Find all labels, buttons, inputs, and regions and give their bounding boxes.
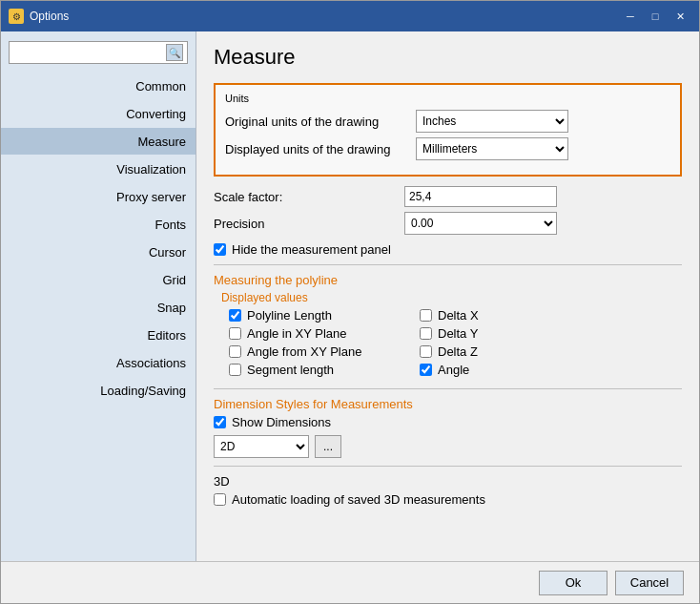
- delta-z-row: Delta Z: [420, 344, 610, 359]
- sidebar-item-label: Fonts: [154, 218, 186, 232]
- sidebar-item-label: Editors: [148, 328, 186, 343]
- delta-z-label: Delta Z: [438, 344, 478, 359]
- delta-x-row: Delta X: [420, 308, 610, 323]
- divider-2: [214, 388, 682, 389]
- show-dimensions-checkbox[interactable]: [214, 416, 226, 428]
- measuring-polyline-title: Measuring the polyline: [214, 273, 682, 287]
- sidebar: 🔍 Common Converting Measure Visualizatio…: [1, 31, 196, 561]
- angle-xy-checkbox[interactable]: [229, 327, 241, 340]
- auto-load-label: Automatic loading of saved 3D measuremen…: [232, 492, 485, 507]
- displayed-units-dropdown[interactable]: Millimeters Inches Centimeters Meters Fe…: [416, 137, 568, 160]
- maximize-button[interactable]: □: [644, 7, 667, 26]
- sidebar-item-label: Associations: [116, 356, 186, 370]
- hide-panel-checkbox[interactable]: [214, 243, 226, 256]
- original-units-label: Original units of the drawing: [225, 115, 416, 129]
- original-units-row: Original units of the drawing Inches Mil…: [225, 110, 670, 133]
- delta-x-checkbox[interactable]: [420, 309, 432, 322]
- window-icon: ⚙: [9, 9, 24, 24]
- sidebar-item-snap[interactable]: Snap: [1, 294, 196, 321]
- displayed-units-label: Displayed units of the drawing: [225, 142, 416, 156]
- delta-y-label: Delta Y: [438, 326, 478, 341]
- sidebar-item-label: Grid: [162, 273, 186, 287]
- angle-xy-row: Angle in XY Plane: [229, 326, 420, 341]
- window-title: Options: [30, 10, 619, 23]
- polyline-length-checkbox[interactable]: [229, 309, 241, 322]
- scale-factor-label: Scale factor:: [214, 190, 404, 204]
- polyline-length-label: Polyline Length: [247, 308, 332, 323]
- sidebar-item-label: Visualization: [116, 162, 186, 177]
- segment-length-checkbox[interactable]: [229, 364, 241, 376]
- angle-from-xy-label: Angle from XY Plane: [247, 344, 361, 359]
- angle-from-xy-row: Angle from XY Plane: [229, 344, 420, 359]
- sidebar-item-label: Measure: [137, 135, 186, 149]
- sidebar-item-fonts[interactable]: Fonts: [1, 211, 196, 238]
- sidebar-item-grid[interactable]: Grid: [1, 266, 196, 293]
- sidebar-item-editors[interactable]: Editors: [1, 322, 196, 348]
- show-dimensions-label: Show Dimensions: [232, 415, 331, 429]
- sidebar-item-label: Converting: [126, 107, 186, 121]
- sidebar-item-cursor[interactable]: Cursor: [1, 239, 196, 265]
- search-box: 🔍: [9, 41, 188, 64]
- sidebar-item-label: Proxy server: [116, 190, 186, 204]
- sidebar-item-label: Loading/Saving: [100, 384, 186, 398]
- sidebar-item-converting[interactable]: Converting: [1, 100, 196, 127]
- auto-load-checkbox[interactable]: [214, 493, 226, 506]
- sidebar-item-loading-saving[interactable]: Loading/Saving: [1, 377, 196, 404]
- checkboxes-col1: Polyline Length Angle in XY Plane Angle …: [229, 308, 420, 381]
- ok-button[interactable]: Ok: [539, 571, 607, 595]
- sidebar-item-label: Snap: [157, 301, 186, 315]
- sidebar-item-measure[interactable]: Measure: [1, 128, 196, 155]
- delta-z-checkbox[interactable]: [420, 345, 432, 358]
- dimension-dropdown-row: 2D 3D ...: [214, 435, 682, 458]
- cancel-button[interactable]: Cancel: [615, 571, 684, 595]
- angle-checkbox[interactable]: [420, 364, 432, 376]
- scale-factor-input[interactable]: [404, 186, 557, 207]
- threed-section: 3D Automatic loading of saved 3D measure…: [214, 474, 682, 507]
- dimension-2d-dropdown[interactable]: 2D 3D: [214, 435, 309, 458]
- options-window: ⚙ Options ─ □ ✕ 🔍 Common Converting Meas…: [0, 0, 700, 604]
- dialog-body: 🔍 Common Converting Measure Visualizatio…: [1, 31, 699, 561]
- search-area: 🔍: [1, 37, 196, 72]
- polyline-length-row: Polyline Length: [229, 308, 420, 323]
- displayed-units-row: Displayed units of the drawing Millimete…: [225, 137, 670, 160]
- angle-row: Angle: [420, 363, 610, 377]
- footer: Ok Cancel: [1, 561, 699, 603]
- measuring-polyline-section: Measuring the polyline Displayed values …: [214, 273, 682, 381]
- precision-label: Precision: [214, 217, 404, 231]
- show-dimensions-row: Show Dimensions: [214, 415, 682, 429]
- checkboxes-col2: Delta X Delta Y Delta Z Angle: [420, 308, 610, 381]
- search-input[interactable]: [13, 46, 166, 59]
- divider-1: [214, 264, 682, 265]
- divider-3: [214, 466, 682, 467]
- precision-dropdown[interactable]: 0.00 0.0 0 0.000 0.0000: [404, 212, 557, 235]
- segment-length-row: Segment length: [229, 363, 420, 377]
- hide-panel-label: Hide the measurement panel: [232, 242, 391, 257]
- precision-row: Precision 0.00 0.0 0 0.000 0.0000: [214, 212, 682, 235]
- minimize-button[interactable]: ─: [619, 7, 642, 26]
- delta-x-label: Delta X: [438, 308, 479, 323]
- search-icon-button[interactable]: 🔍: [166, 44, 183, 61]
- angle-label: Angle: [438, 363, 469, 377]
- units-label: Units: [225, 93, 670, 104]
- angle-from-xy-checkbox[interactable]: [229, 345, 241, 358]
- page-title: Measure: [214, 45, 682, 70]
- sidebar-item-label: Common: [135, 79, 186, 94]
- sidebar-item-common[interactable]: Common: [1, 73, 196, 99]
- titlebar-buttons: ─ □ ✕: [619, 7, 691, 26]
- dimension-dots-button[interactable]: ...: [315, 435, 341, 458]
- sidebar-item-visualization[interactable]: Visualization: [1, 156, 196, 182]
- dimension-styles-title: Dimension Styles for Measurements: [214, 397, 682, 411]
- sidebar-item-associations[interactable]: Associations: [1, 349, 196, 376]
- scale-factor-row: Scale factor:: [214, 186, 682, 207]
- threed-title: 3D: [214, 474, 682, 489]
- sidebar-item-proxy-server[interactable]: Proxy server: [1, 183, 196, 210]
- delta-y-checkbox[interactable]: [420, 327, 432, 340]
- original-units-dropdown[interactable]: Inches Millimeters Centimeters Meters Fe…: [416, 110, 568, 133]
- auto-load-row: Automatic loading of saved 3D measuremen…: [214, 492, 682, 507]
- dimension-styles-section: Dimension Styles for Measurements Show D…: [214, 397, 682, 458]
- hide-panel-row: Hide the measurement panel: [214, 242, 682, 257]
- titlebar: ⚙ Options ─ □ ✕: [1, 1, 699, 31]
- close-button[interactable]: ✕: [669, 7, 691, 26]
- main-content: Measure Units Original units of the draw…: [196, 31, 699, 561]
- sidebar-item-label: Cursor: [149, 245, 186, 260]
